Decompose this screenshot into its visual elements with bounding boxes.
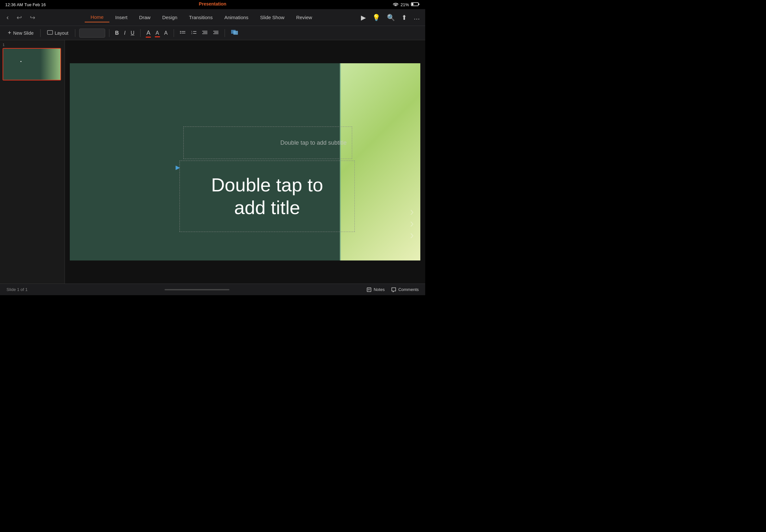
- font-size-input[interactable]: [79, 29, 105, 38]
- font-size-large-button[interactable]: A: [144, 28, 152, 38]
- underline-button[interactable]: U: [129, 29, 137, 37]
- share-button[interactable]: ⬆: [400, 12, 408, 23]
- format-toolbar: + New Slide Layout B I U A A A: [0, 26, 425, 40]
- main-area: 1 › › › Double tap to add subtitle: [0, 40, 425, 284]
- decorative-arrows: › › ›: [410, 206, 414, 241]
- battery-icon: [411, 2, 420, 7]
- more-button[interactable]: …: [412, 12, 421, 22]
- slide-thumb-inner: [3, 49, 60, 80]
- decrease-indent-button[interactable]: [200, 29, 210, 37]
- layout-icon: [47, 30, 53, 36]
- highlight-button[interactable]: A: [162, 29, 170, 37]
- svg-point-4: [180, 31, 181, 32]
- divider-3: [109, 29, 109, 37]
- wifi-icon: [393, 2, 399, 7]
- nav-buttons: ‹ ↩ ↪: [4, 12, 38, 23]
- layers-button[interactable]: [229, 28, 240, 38]
- date-display: Tue Feb 16: [24, 2, 46, 7]
- slide-panel: 1: [0, 40, 65, 284]
- toolbar-right: ▶ 💡 🔍 ⬆ …: [359, 12, 421, 23]
- tab-home[interactable]: Home: [85, 12, 109, 22]
- layout-label: Layout: [55, 30, 68, 36]
- divider-2: [75, 29, 75, 37]
- slide-thumbnail[interactable]: [3, 48, 61, 80]
- undo-button[interactable]: ↩: [14, 12, 25, 23]
- title-textbox[interactable]: Double tap toadd title: [179, 161, 355, 232]
- tab-animations[interactable]: Animations: [218, 13, 254, 22]
- layout-button[interactable]: Layout: [44, 29, 71, 37]
- tab-review[interactable]: Review: [290, 13, 318, 22]
- tab-design[interactable]: Design: [156, 13, 183, 22]
- notes-icon: [366, 287, 371, 292]
- search-button[interactable]: 🔍: [386, 12, 396, 23]
- bullet-list-button[interactable]: [178, 29, 188, 37]
- svg-rect-1: [419, 4, 420, 5]
- divider-6: [225, 29, 225, 37]
- divider-1: [40, 29, 41, 37]
- svg-rect-3: [47, 30, 53, 34]
- new-slide-button[interactable]: + New Slide: [5, 28, 36, 38]
- slide-number: 1: [3, 43, 62, 47]
- bold-button[interactable]: B: [113, 29, 121, 37]
- notes-button[interactable]: Notes: [366, 287, 385, 292]
- comments-icon: [391, 287, 396, 292]
- svg-rect-2: [412, 3, 414, 5]
- font-color-button[interactable]: A: [153, 29, 161, 37]
- list-group: 1. 2.: [178, 29, 221, 37]
- numbered-list-button[interactable]: 1. 2.: [189, 29, 199, 37]
- title-placeholder: Double tap toadd title: [211, 174, 323, 219]
- divider-5: [174, 29, 174, 37]
- slide-1-wrapper: 1: [3, 43, 62, 80]
- svg-rect-19: [233, 31, 238, 35]
- comments-label: Comments: [398, 287, 419, 292]
- divider-4: [140, 29, 140, 37]
- bottom-bar: Slide 1 of 1 Notes Comments: [0, 284, 425, 295]
- svg-point-6: [180, 32, 181, 33]
- svg-text:2.: 2.: [191, 32, 193, 34]
- play-button[interactable]: ▶: [359, 12, 367, 23]
- new-slide-label: New Slide: [13, 30, 34, 36]
- subtitle-textbox[interactable]: Double tap to add subtitle: [183, 127, 352, 159]
- status-left: 12:36 AM Tue Feb 16: [5, 2, 46, 7]
- slide-count: Slide 1 of 1: [6, 287, 28, 292]
- slide-canvas[interactable]: › › › Double tap to add subtitle ▶ Doubl…: [70, 63, 420, 260]
- main-toolbar: ‹ ↩ ↪ Home Insert Draw Design Transition…: [0, 9, 425, 26]
- tab-draw[interactable]: Draw: [133, 13, 156, 22]
- app-title: Presentation: [199, 1, 226, 6]
- back-button[interactable]: ‹: [4, 12, 11, 22]
- progress-bar[interactable]: [164, 289, 229, 290]
- increase-indent-button[interactable]: [211, 29, 221, 37]
- tab-transitions[interactable]: Transitions: [183, 13, 218, 22]
- subtitle-placeholder: Double tap to add subtitle: [280, 139, 346, 146]
- status-right: 21%: [393, 2, 420, 7]
- menu-tabs: Home Insert Draw Design Transitions Anim…: [43, 12, 359, 22]
- comments-button[interactable]: Comments: [391, 287, 419, 292]
- battery-text: 21%: [401, 2, 409, 7]
- redo-button[interactable]: ↪: [27, 12, 38, 23]
- new-slide-icon: +: [8, 30, 11, 36]
- time-display: 12:36 AM: [5, 2, 23, 7]
- color-group: A A A: [144, 28, 169, 38]
- text-format-group: B I U: [113, 29, 137, 37]
- tab-slideshow[interactable]: Slide Show: [254, 13, 290, 22]
- bottom-actions: Notes Comments: [366, 287, 419, 292]
- progress-bar-area: [28, 289, 366, 290]
- slide-thumb-dot: [20, 61, 21, 62]
- notes-label: Notes: [373, 287, 385, 292]
- svg-rect-20: [367, 288, 371, 292]
- italic-button[interactable]: I: [122, 29, 127, 37]
- tab-insert[interactable]: Insert: [109, 13, 133, 22]
- canvas-area[interactable]: › › › Double tap to add subtitle ▶ Doubl…: [65, 40, 425, 284]
- bulb-button[interactable]: 💡: [371, 12, 382, 23]
